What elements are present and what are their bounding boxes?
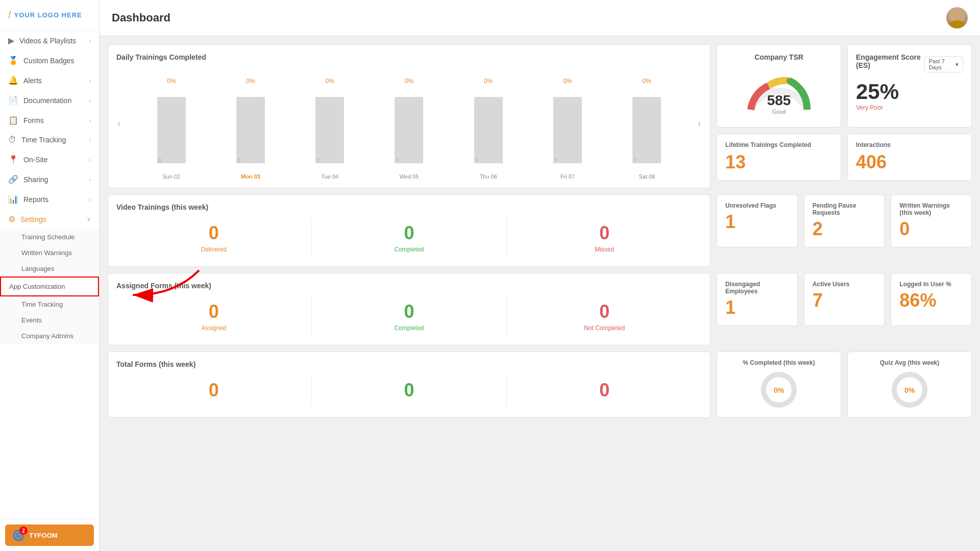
pause-value: 2 [813, 218, 876, 240]
sidebar-label-forms: Forms [23, 116, 44, 124]
sidebar-item-documentation[interactable]: 📄 Documentation › [0, 90, 99, 110]
company-tsr-value: 585 [767, 92, 791, 109]
sidebar-navigation: ▶ Videos & Playlists › 🏅 Custom Badges 🔔… [0, 31, 99, 519]
sidebar-item-time-tracking-sub[interactable]: Time Tracking [0, 296, 99, 312]
svg-point-3 [787, 78, 792, 83]
sidebar-item-on-site[interactable]: 📍 On-Site › [0, 149, 99, 169]
pct-label: % Completed (this week) [743, 359, 815, 366]
bar-mon: 0% 0 Mon 03 [211, 78, 290, 180]
top-bar: Dashboard [100, 0, 980, 36]
dashboard-grid: Daily Trainings Completed ‹ 0% 0 [100, 36, 980, 551]
forms-not-completed: 0 Not Completed [507, 296, 702, 337]
bar-day-thu: Thu 06 [480, 173, 497, 180]
bar-fri: 0% ? Fri 07 [528, 78, 607, 180]
sidebar-item-company-admins-sub[interactable]: Company Admins [0, 328, 99, 344]
user-avatar[interactable] [946, 7, 968, 29]
sidebar-label-time: Time Tracking [21, 136, 66, 144]
tyfoom-label: TYFOOM [29, 532, 58, 539]
total-col1: 0 [116, 374, 312, 406]
main-content: Dashboard Daily Trainings Completed [100, 0, 980, 551]
forms-completed-value: 0 [312, 301, 507, 322]
forms-completed-label: Completed [312, 324, 507, 332]
interactions-value: 406 [856, 152, 963, 173]
active-label: Active Users [813, 281, 876, 288]
total-col2: 0 [312, 374, 507, 406]
sidebar-item-time-tracking[interactable]: ⏱ Time Tracking › [0, 130, 99, 149]
bar-pct-mon: 0% [246, 78, 255, 85]
sidebar-label-alerts: Alerts [23, 77, 42, 85]
bar-day-mon: Mon 03 [241, 173, 260, 180]
chevron-icon: › [89, 177, 91, 183]
app-customization-subitems: Time Tracking Events Company Admins [0, 296, 99, 344]
video-delivered-value: 0 [116, 222, 311, 244]
bar-day-fri: Fri 07 [560, 173, 575, 180]
total-forms-card: Total Forms (this week) 0 0 0 [108, 352, 710, 418]
settings-icon: ⚙ [8, 214, 15, 224]
chevron-icon: › [89, 78, 91, 84]
chevron-icon: › [89, 196, 91, 203]
bar-pct-sun: 0% [167, 78, 176, 85]
engagement-dropdown[interactable]: Past 7 Days ▾ [924, 56, 963, 72]
sidebar-item-languages[interactable]: Languages [0, 261, 99, 277]
bar-day-tue: Tue 04 [321, 173, 338, 180]
sidebar-item-alerts[interactable]: 🔔 Alerts › [0, 70, 99, 90]
bar-pct-sat: 0% [643, 78, 651, 85]
forms-assigned: 0 Assigned [116, 296, 312, 337]
warnings-label: Written Warnings (this week) [899, 202, 963, 216]
tyfoom-button[interactable]: 2 🌀 TYFOOM [5, 524, 94, 546]
video-completed: 0 Completed [312, 217, 507, 258]
flags-label: Unresolved Flags [725, 202, 789, 209]
docs-icon: 📄 [8, 95, 18, 105]
engagement-score-card: Engagement Score (ES) Past 7 Days ▾ 25% … [847, 44, 972, 128]
video-trainings-title: Video Trainings (this week) [116, 203, 702, 211]
written-warnings-card: Written Warnings (this week) 0 [891, 194, 972, 247]
bar-sun: 0% 0 Sun 02 [132, 78, 211, 180]
video-trainings-card: Video Trainings (this week) 0 Delivered … [108, 194, 710, 267]
reports-icon: 📊 [8, 194, 18, 204]
sidebar-item-forms[interactable]: 📋 Forms › [0, 110, 99, 130]
total-val3: 0 [507, 380, 702, 401]
sidebar-label-reports: Reports [23, 195, 48, 204]
video-delivered-label: Delivered [116, 246, 311, 253]
sidebar-label-onsite: On-Site [23, 156, 47, 164]
logo-slash: / [8, 9, 11, 21]
bar-sat: 0% ? Sat 08 [607, 78, 687, 180]
row-4: Total Forms (this week) 0 0 0 [108, 352, 972, 418]
bar-chart: 0% 0 Sun 02 0% [132, 67, 687, 180]
settings-subitems: Training Schedule Written Warnings Langu… [0, 229, 99, 277]
sidebar-bottom: 2 🌀 TYFOOM [0, 519, 99, 551]
warnings-value: 0 [899, 218, 963, 240]
pct-value: 0% [774, 386, 785, 394]
sidebar-item-training-schedule[interactable]: Training Schedule [0, 229, 99, 245]
chevron-down-icon: ▾ [955, 61, 959, 68]
flags-value: 1 [725, 211, 789, 233]
engagement-value: 25% [856, 80, 899, 104]
disengaged-label: Disengaged Employees [725, 281, 789, 295]
chart-next-button[interactable]: › [698, 118, 701, 129]
active-users-card: Active Users 7 [804, 273, 885, 326]
bar-pct-tue: 0% [326, 78, 334, 85]
assigned-forms-title: Assigned Forms (this week) [116, 282, 702, 290]
sidebar-item-custom-badges[interactable]: 🏅 Custom Badges [0, 51, 99, 70]
engagement-sublabel: Very Poor [856, 104, 883, 111]
tyfoom-badge: 2 [19, 527, 28, 535]
sidebar-item-reports[interactable]: 📊 Reports › [0, 189, 99, 209]
logged-in-value: 86% [899, 290, 963, 311]
forms-assigned-label: Assigned [116, 324, 311, 332]
company-tsr-label: Good [767, 109, 791, 115]
sidebar-item-videos-playlists[interactable]: ▶ Videos & Playlists › [0, 31, 99, 51]
bar-day-wed: Wed 05 [400, 173, 419, 180]
chart-prev-button[interactable]: ‹ [117, 118, 120, 129]
sidebar-label-videos: Videos & Playlists [19, 37, 76, 45]
sidebar-item-events-sub[interactable]: Events [0, 312, 99, 328]
pct-completed-card: % Completed (this week) 0% [717, 352, 841, 418]
sidebar-item-app-customization[interactable]: App Customization [0, 277, 99, 296]
sidebar-item-settings[interactable]: ⚙ Settings ∨ [0, 209, 99, 229]
sidebar-item-written-warnings[interactable]: Written Warnings [0, 245, 99, 261]
interactions-label: Interactions [856, 141, 963, 148]
chevron-icon: › [89, 97, 91, 104]
svg-point-0 [952, 11, 962, 20]
sidebar-item-sharing[interactable]: 🔗 Sharing › [0, 169, 99, 189]
page-title: Dashboard [112, 11, 170, 24]
badges-icon: 🏅 [8, 56, 18, 65]
